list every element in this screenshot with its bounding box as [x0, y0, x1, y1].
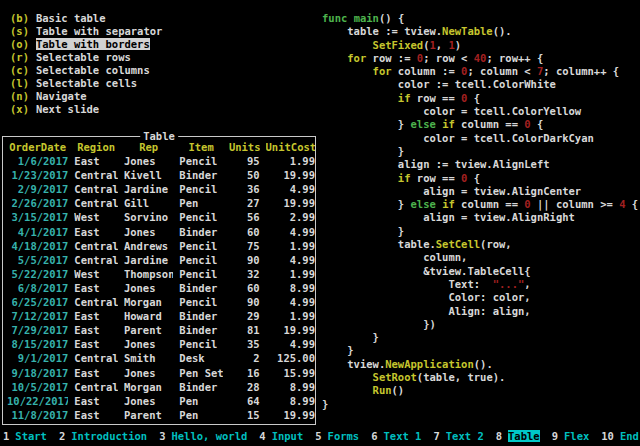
code-token: else	[411, 118, 436, 130]
code-line: color := tcell.ColorWhite	[322, 78, 638, 91]
code-line: Text: "...",	[322, 278, 638, 291]
statusbar-slide-start[interactable]: 1Start	[3, 430, 47, 442]
code-token: ,	[436, 39, 449, 51]
menu-item-label: Selectable rows	[36, 51, 131, 63]
menu-shortcut-key: (n)	[10, 90, 29, 102]
table-cell: Jardine	[124, 182, 173, 196]
code-token: NewTable	[442, 25, 493, 37]
table-cell: Binder	[179, 225, 223, 239]
code-token: ; column++ {	[543, 65, 619, 77]
table-cell: 1.99	[266, 239, 315, 253]
table-cell: 64	[229, 394, 260, 408]
code-token: ; row <	[423, 52, 474, 64]
table-cell: Jones	[124, 366, 173, 380]
code-line: tview.NewApplication().	[322, 358, 638, 371]
slide-label: Table	[508, 430, 540, 442]
table-cell: Jones	[124, 337, 173, 351]
table-cell: 95	[229, 154, 260, 168]
column-header-units: Units	[229, 140, 260, 154]
statusbar-slide-text-2[interactable]: 7Text 2	[433, 430, 483, 442]
table-row: 4/1/2017EastJonesBinder604.99	[3, 225, 315, 239]
table-cell: Gill	[124, 196, 173, 210]
table-cell: Thompson	[124, 267, 173, 281]
table-row: 3/15/2017WestSorvinoPencil562.99	[3, 210, 315, 224]
table-cell: 90	[229, 295, 260, 309]
statusbar-slide-text-1[interactable]: 6Text 1	[371, 430, 421, 442]
table-cell: Smith	[124, 351, 173, 365]
code-token: align = tview.AlignRight	[322, 211, 575, 223]
table-cell: East	[74, 408, 118, 422]
code-token: }	[322, 398, 328, 410]
status-bar: 1Start2Introduction3Hello, world4Input5F…	[0, 428, 640, 444]
table-row: 2/26/2017CentralGillPen2719.99	[3, 196, 315, 210]
statusbar-slide-forms[interactable]: 5Forms	[315, 430, 359, 442]
code-token: if	[398, 92, 411, 104]
table-cell: Binder	[179, 281, 223, 295]
code-line: Run()	[322, 384, 638, 397]
statusbar-slide-input[interactable]: 4Input	[259, 430, 303, 442]
menu-item-r[interactable]: (r)Selectable rows	[10, 51, 162, 64]
menu-item-x[interactable]: (x)Next slide	[10, 103, 162, 116]
code-line: } else if column == 0 {	[322, 118, 638, 131]
menu-item-o[interactable]: (o)Table with borders	[10, 38, 162, 51]
statusbar-slide-hello-world[interactable]: 3Hello, world	[159, 430, 247, 442]
statusbar-slide-table[interactable]: 8Table	[496, 430, 540, 442]
table-cell: 2.99	[266, 210, 315, 224]
menu-item-s[interactable]: (s)Table with separator	[10, 25, 162, 38]
slide-label: Introduction	[71, 430, 147, 442]
table-cell: Sorvino	[124, 210, 173, 224]
menu-item-b[interactable]: (b)Basic table	[10, 12, 162, 25]
statusbar-slide-introduction[interactable]: 2Introduction	[59, 430, 147, 442]
code-token: table.	[322, 238, 436, 250]
code-line: color = tcell.ColorYellow	[322, 105, 638, 118]
table-cell: Jones	[124, 394, 173, 408]
table-row: 10/5/2017CentralMorganBinder288.99	[3, 380, 315, 394]
code-token: Text:	[322, 278, 493, 290]
table-cell: West	[74, 210, 118, 224]
table-cell: Central	[74, 253, 118, 267]
slide-label: Forms	[328, 430, 360, 442]
slide-number: 2	[59, 430, 65, 442]
code-token: ; column <	[467, 65, 537, 77]
table-cell: 60	[229, 281, 260, 295]
menu-item-c[interactable]: (c)Selectable columns	[10, 64, 162, 77]
slide-menu: (b)Basic table(s)Table with separator(o)…	[10, 12, 162, 116]
code-token: column ==	[455, 198, 525, 210]
slide-label: Text 2	[446, 430, 484, 442]
table-cell: Pencil	[179, 210, 223, 224]
menu-item-l[interactable]: (l)Selectable cells	[10, 77, 162, 90]
table-cell: Pencil	[179, 182, 223, 196]
code-line: SetRoot(table, true).	[322, 371, 638, 384]
code-token: else	[411, 198, 436, 210]
slide-number: 3	[159, 430, 165, 442]
table-cell: Binder	[179, 168, 223, 182]
code-line: func main() {	[322, 12, 638, 25]
table-cell: Binder	[179, 323, 223, 337]
slide-number: 4	[259, 430, 265, 442]
code-token: for	[373, 65, 392, 77]
code-token: &tview.TableCell{	[322, 265, 531, 277]
menu-item-n[interactable]: (n)Navigate	[10, 90, 162, 103]
statusbar-slide-end[interactable]: 10End	[601, 430, 639, 442]
table-cell: 19.99	[266, 168, 315, 182]
table-cell: 81	[229, 323, 260, 337]
table-row: 10/22/2017EastJonesPen648.99	[3, 394, 315, 408]
code-line: if row == 0 {	[322, 92, 638, 105]
table-cell: 36	[229, 182, 260, 196]
menu-item-label: Navigate	[36, 90, 87, 102]
table-cell: 9/1/2017	[7, 351, 68, 365]
table-cell: Jones	[124, 154, 173, 168]
slide-number: 10	[601, 430, 614, 442]
table-cell: Pen	[179, 394, 223, 408]
code-token: || column >=	[531, 198, 620, 210]
table-cell: Central	[74, 380, 118, 394]
table-cell: 1.99	[266, 309, 315, 323]
table-cell: Central	[74, 239, 118, 253]
table-cell: Pen Set	[179, 366, 223, 380]
table-row: 6/25/2017CentralMorganPencil904.99	[3, 295, 315, 309]
statusbar-slide-flex[interactable]: 9Flex	[552, 430, 590, 442]
code-token: func	[322, 12, 347, 24]
code-line: Align: align,	[322, 305, 638, 318]
table-cell: 125.00	[266, 351, 315, 365]
code-token: color = tcell.ColorYellow	[322, 105, 581, 117]
